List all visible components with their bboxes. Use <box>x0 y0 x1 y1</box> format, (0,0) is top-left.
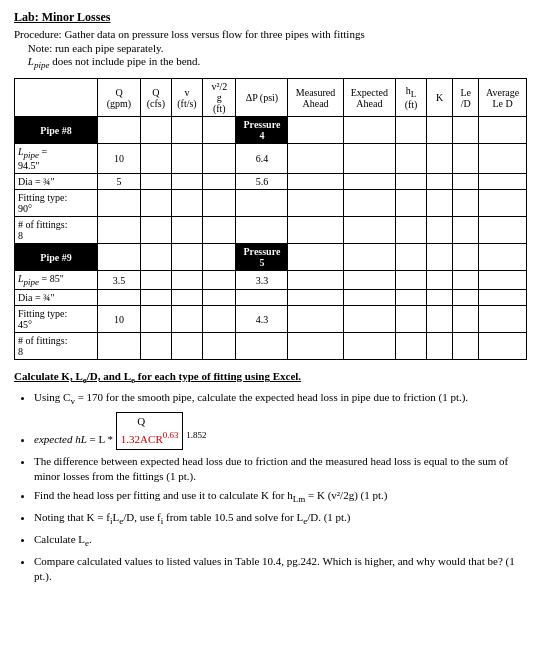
pipe8-r3-v2g <box>203 190 236 217</box>
pipe8-r2-exp <box>343 174 396 190</box>
pipe9-header-meas <box>288 244 343 271</box>
calc-bullets: Using Cv = 170 for the smooth pipe, calc… <box>14 390 527 584</box>
pipe8-pressure: Pressure4 <box>236 117 288 144</box>
pipe9-r2-meas <box>288 290 343 306</box>
header-q-gpm: Q(gpm) <box>98 79 141 117</box>
pipe8-header-q1 <box>98 117 141 144</box>
pipe9-label1: Lpipe = 85" <box>15 271 98 290</box>
header-v: v(ft/s) <box>171 79 202 117</box>
table-header-row: Q(gpm) Q(cfs) v(ft/s) v²/2g(ft) ΔP (psi)… <box>15 79 527 117</box>
pipe8-r1-qgpm: 10 <box>98 144 141 174</box>
header-hL: hL(ft) <box>396 79 427 117</box>
pipe9-r3-avg <box>479 306 527 333</box>
pipe9-r2-Le <box>453 290 479 306</box>
pipe8-header-exp <box>343 117 396 144</box>
pipe8-r3-meas <box>288 190 343 217</box>
pipe9-header-row: Pipe #9 Pressure5 <box>15 244 527 271</box>
calc-bullet-6: Calculate Le. <box>34 532 527 550</box>
formula-box: Q 1.32ACR0.63 <box>116 412 184 449</box>
pipe8-label1: Lpipe =94.5" <box>15 144 98 174</box>
pipe9-r2-v2g <box>203 290 236 306</box>
pipe9-r4-v2g <box>203 333 236 360</box>
calc-section: Calculate K, Le/D, and Le for each type … <box>14 370 527 584</box>
pipe9-r2-dp <box>236 290 288 306</box>
pipe9-r1-qgpm: 3.5 <box>98 271 141 290</box>
pipe9-r1-Le <box>453 271 479 290</box>
pipe8-r4-qgpm <box>98 217 141 244</box>
pipe9-header-q2 <box>140 244 171 271</box>
pipe8-r3-avg <box>479 190 527 217</box>
header-avg: AverageLe D <box>479 79 527 117</box>
pipe8-r1-v2g <box>203 144 236 174</box>
pipe9-r1-dp: 3.3 <box>236 271 288 290</box>
pipe8-header-row: Pipe #8 Pressure4 <box>15 117 527 144</box>
pipe8-r3-Le <box>453 190 479 217</box>
calc-bullet-2: expected hL = L * Q 1.32ACR0.63 1.852 <box>34 412 527 449</box>
pipe8-r1-hL <box>396 144 427 174</box>
pipe8-r2-meas <box>288 174 343 190</box>
pipe8-r2-qgpm: 5 <box>98 174 141 190</box>
pipe9-header-v2g <box>203 244 236 271</box>
pipe9-r3-exp <box>343 306 396 333</box>
data-table: Q(gpm) Q(cfs) v(ft/s) v²/2g(ft) ΔP (psi)… <box>14 78 527 360</box>
pipe8-label3: Fitting type:90° <box>15 190 98 217</box>
pipe9-r1-meas <box>288 271 343 290</box>
pipe9-r3-qgpm: 10 <box>98 306 141 333</box>
header-empty <box>15 79 98 117</box>
pipe8-r1-meas <box>288 144 343 174</box>
pipe9-r3-meas <box>288 306 343 333</box>
pipe8-r3-qgpm <box>98 190 141 217</box>
pipe9-r1-v <box>171 271 202 290</box>
pipe8-r2-v2g <box>203 174 236 190</box>
pipe9-name: Pipe #9 <box>15 244 98 271</box>
pipe8-r4-hL <box>396 217 427 244</box>
pipe8-r2-hL <box>396 174 427 190</box>
pipe9-r2-v <box>171 290 202 306</box>
pipe9-r2-exp <box>343 290 396 306</box>
pipe9-label4: # of fittings:8 <box>15 333 98 360</box>
procedure-line: Procedure: Gather data on pressure loss … <box>14 28 527 40</box>
pipe9-r2-qgpm <box>98 290 141 306</box>
calc-bullet-5: Noting that K = fiLe/D, use fi from tabl… <box>34 510 527 528</box>
pipe8-row1: Lpipe =94.5" 10 6.4 <box>15 144 527 174</box>
header-v2g: v²/2g(ft) <box>203 79 236 117</box>
pipe8-r1-avg <box>479 144 527 174</box>
pipe9-header-q1 <box>98 244 141 271</box>
pipe8-row2: Dia = ¾" 5 5.6 <box>15 174 527 190</box>
header-dp: ΔP (psi) <box>236 79 288 117</box>
pipe9-r4-avg <box>479 333 527 360</box>
pipe8-r3-exp <box>343 190 396 217</box>
pipe8-r4-qcfs <box>140 217 171 244</box>
pipe8-r3-dp <box>236 190 288 217</box>
pipe8-r2-avg <box>479 174 527 190</box>
pipe9-r2-qcfs <box>140 290 171 306</box>
pipe8-header-v2g <box>203 117 236 144</box>
pipe9-r3-v <box>171 306 202 333</box>
pipe8-r2-v <box>171 174 202 190</box>
pipe8-r4-meas <box>288 217 343 244</box>
pipe9-r3-qcfs <box>140 306 171 333</box>
pipe8-r2-qcfs <box>140 174 171 190</box>
pipe8-r4-exp <box>343 217 396 244</box>
pipe9-r3-v2g <box>203 306 236 333</box>
pipe8-header-avg <box>479 117 527 144</box>
header-measured: MeasuredAhead <box>288 79 343 117</box>
pipe8-header-v <box>171 117 202 144</box>
pipe9-row1: Lpipe = 85" 3.5 3.3 <box>15 271 527 290</box>
calc-title: Calculate K, Le/D, and Le for each type … <box>14 370 527 385</box>
pipe8-r4-dp <box>236 217 288 244</box>
pipe8-r1-v <box>171 144 202 174</box>
pipe9-r1-hL <box>396 271 427 290</box>
pipe9-r4-qcfs <box>140 333 171 360</box>
lpipe-label: Lpipe <box>28 55 50 67</box>
note-line2: Lpipe does not include pipe in the bend. <box>14 55 527 70</box>
pipe9-r3-hL <box>396 306 427 333</box>
calc-bullet-4: Find the head loss per fitting and use i… <box>34 488 527 506</box>
header-q-cfs: Q(cfs) <box>140 79 171 117</box>
pipe9-header-Le <box>453 244 479 271</box>
pipe9-label2: Dia = ¾" <box>15 290 98 306</box>
pipe9-pressure: Pressure5 <box>236 244 288 271</box>
pipe8-r4-v2g <box>203 217 236 244</box>
pipe9-r3-dp: 4.3 <box>236 306 288 333</box>
pipe8-r2-dp: 5.6 <box>236 174 288 190</box>
